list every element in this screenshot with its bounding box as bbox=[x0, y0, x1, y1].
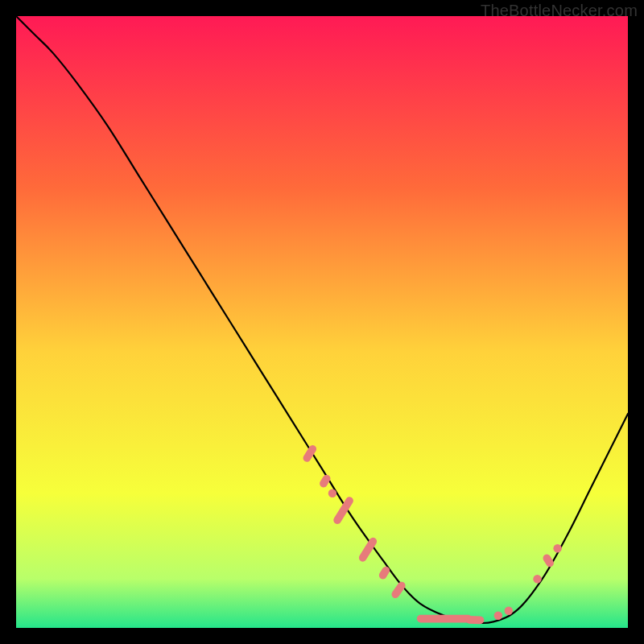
curve-marker-segment bbox=[417, 615, 472, 623]
watermark-text: TheBottleNecker.com bbox=[481, 2, 638, 20]
curve-marker-segment bbox=[465, 616, 484, 624]
chart-svg bbox=[16, 16, 628, 628]
chart-plot-area bbox=[16, 16, 628, 628]
curve-marker-dot bbox=[328, 489, 336, 497]
chart-canvas: TheBottleNecker.com bbox=[0, 0, 644, 644]
curve-marker-dot bbox=[533, 575, 541, 583]
plot-background-gradient bbox=[16, 16, 628, 628]
curve-marker-dot bbox=[505, 607, 513, 615]
curve-marker-dot bbox=[494, 612, 502, 620]
curve-marker-dot bbox=[553, 544, 561, 552]
